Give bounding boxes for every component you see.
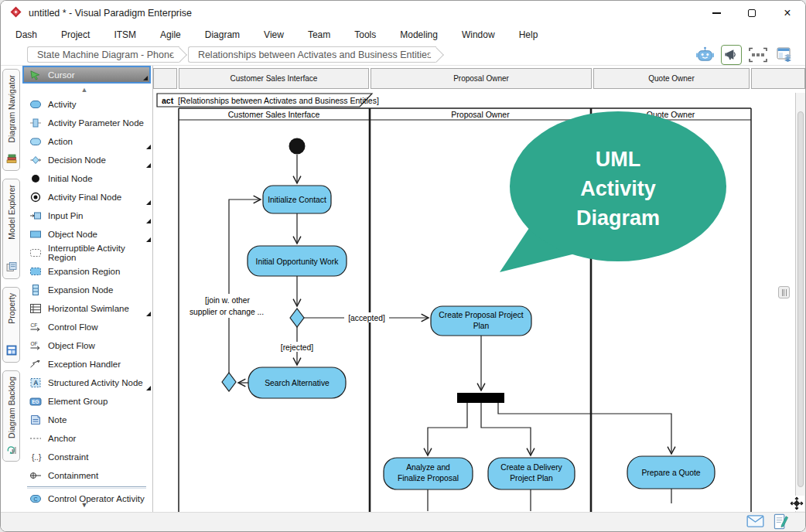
minimize-button[interactable] (698, 1, 734, 26)
menu-item-tools[interactable]: Tools (354, 29, 376, 40)
palette-item-activity[interactable]: Activity (21, 95, 152, 114)
svg-text:[rejected]: [rejected] (281, 343, 313, 352)
uml-activity-diagram-callout[interactable]: UML Activity Diagram (500, 111, 726, 272)
palette-item-anchor[interactable]: Anchor (21, 429, 152, 448)
lane-corner-button[interactable] (153, 68, 177, 89)
svg-text:CF: CF (31, 322, 38, 328)
bot-assistant-button[interactable] (695, 45, 715, 65)
svg-text:UML: UML (596, 148, 640, 171)
svg-text:act [Relationships: act [Relationships between Activates and… (162, 96, 379, 105)
menu-item-window[interactable]: Window (462, 29, 495, 40)
vertical-scrollbar[interactable] (795, 93, 805, 512)
svg-text:{..}: {..} (32, 453, 42, 462)
diagram-canvas[interactable]: Customer Sales Interface Proposal Owner … (153, 66, 805, 512)
palette-item-decision-node[interactable]: Decision Node (21, 151, 152, 169)
palette-item-control-flow[interactable]: CFControl Flow (21, 318, 152, 336)
selection-frame-button[interactable] (747, 45, 768, 65)
mail-button[interactable] (746, 515, 764, 530)
menu-item-agile[interactable]: Agile (160, 29, 181, 40)
guard-rejected: [rejected] (278, 342, 316, 352)
menu-item-help[interactable]: Help (519, 29, 538, 40)
window-layers-icon (776, 46, 793, 63)
svg-text:Create a Delivery: Create a Delivery (500, 463, 562, 472)
cursor-icon (28, 69, 42, 80)
action-prepare-a-quote[interactable]: Prepare a Quote (627, 456, 715, 489)
menu-item-itsm[interactable]: ITSM (114, 29, 136, 40)
svg-text:A: A (33, 379, 38, 387)
palette-item-element-group[interactable]: EGElement Group (21, 392, 152, 411)
svg-text:OF: OF (31, 341, 38, 346)
menu-item-diagram[interactable]: Diagram (205, 29, 240, 40)
palette-item-cursor[interactable]: Cursor (22, 66, 151, 84)
menu-item-project[interactable]: Project (61, 29, 90, 40)
lane-button-quote-owner[interactable]: Quote Owner (593, 68, 750, 89)
svg-text:Prepare a Quote: Prepare a Quote (641, 469, 700, 477)
maximize-button[interactable] (734, 1, 770, 26)
palette-item-horizontal-swimlane[interactable]: Horizontal Swimlane (21, 299, 152, 318)
close-icon: × (784, 7, 791, 19)
svg-text:C: C (33, 496, 37, 502)
menu-item-view[interactable]: View (264, 29, 284, 40)
maximize-icon (748, 9, 756, 17)
palette-item-expansion-node[interactable]: Expansion Node (21, 281, 152, 299)
palette-item-note[interactable]: Note (21, 411, 152, 429)
activity-diagram: act [Relationships between Activates and… (153, 91, 805, 512)
splitter-grip[interactable] (778, 286, 790, 298)
lane-filler-button[interactable] (751, 68, 805, 89)
scrollbar-thumb[interactable] (797, 111, 804, 487)
window-layers-button[interactable] (774, 45, 794, 65)
svg-text:supplier or change ...: supplier or change ... (190, 308, 264, 316)
anchor-icon (29, 432, 43, 445)
action-create-proposal-project-plan[interactable]: Create Proposal Project Plan (431, 306, 531, 336)
palette-item-initial-node[interactable]: Initial Node (21, 169, 152, 188)
svg-text:Search Alternative: Search Alternative (265, 379, 330, 387)
palette-item-object-flow[interactable]: OFObject Flow (21, 336, 152, 355)
action-initial-opportunity-work[interactable]: Initial Opportunity Work (248, 246, 347, 276)
megaphone-button[interactable] (721, 45, 742, 65)
palette-item-interruptible-activity-region[interactable]: Interruptible Activity Region (21, 244, 152, 262)
palette-item-input-pin[interactable]: Input Pin (21, 206, 152, 225)
palette-scroll-down[interactable]: ▼ (21, 502, 148, 509)
close-button[interactable]: × (770, 1, 805, 26)
palette-item-action[interactable]: Action (21, 132, 152, 151)
tab-property[interactable]: Property (2, 287, 20, 363)
menu-item-dash[interactable]: Dash (15, 29, 37, 40)
palette-item-structured-activity-node[interactable]: AStructured Activity Node (21, 373, 152, 392)
palette-item-expansion-region[interactable]: Expansion Region (21, 262, 152, 281)
palette-item-exception-handler[interactable]: Exception Handler (21, 355, 152, 373)
control-flow-icon: CF (29, 321, 43, 333)
breadcrumb-item-current[interactable]: Relationships between Activates and Busi… (188, 46, 436, 63)
decision-node[interactable] (290, 309, 304, 327)
fork-node[interactable] (457, 393, 504, 403)
pan-tool-icon[interactable] (789, 496, 804, 511)
mail-icon (746, 515, 764, 527)
lane-button-proposal-owner[interactable]: Proposal Owner (371, 68, 592, 89)
palette-item-constraint[interactable]: {..}Constraint (21, 448, 152, 466)
initial-node[interactable] (289, 138, 306, 155)
tab-model-explorer[interactable]: Model Explorer (2, 179, 20, 279)
lane-button-customer-sales-interface[interactable]: Customer Sales Interface (179, 68, 369, 89)
action-initialize-contact[interactable]: Initialize Contact (263, 186, 331, 213)
palette-item-activity-final-node[interactable]: Activity Final Node (21, 188, 152, 206)
expansion-node-icon (29, 284, 43, 296)
action-search-alternative[interactable]: Search Alternative (248, 367, 346, 398)
palette-item-containment[interactable]: Containment (21, 466, 152, 485)
interruptible-activity-region-icon (29, 247, 43, 259)
action-analyze-and-finalize-proposal[interactable]: Analyze and Finalize Proposal (384, 458, 473, 489)
action-create-a-delivery-project-plan[interactable]: Create a Delivery Project Plan (488, 458, 575, 489)
edit-log-button[interactable] (774, 513, 788, 532)
palette-item-object-node[interactable]: Object Node (21, 225, 152, 244)
app-logo-icon (10, 6, 22, 21)
menu-item-team[interactable]: Team (308, 29, 330, 40)
initial-node-icon (29, 172, 43, 185)
annotation-join-supplier: [join w. other supplier or change ... (184, 294, 271, 318)
breadcrumb-item-diagram[interactable]: State Machine Diagram - Phone (27, 46, 179, 63)
palette-item-activity-parameter-node[interactable]: Activity Parameter Node (21, 114, 152, 132)
palette-scroll-up[interactable]: ▲ (21, 87, 148, 94)
menu-item-modeling[interactable]: Modeling (400, 29, 438, 40)
tab-diagram-navigator[interactable]: Diagram Navigator (2, 69, 20, 171)
svg-text:Analyze and: Analyze and (406, 463, 450, 472)
merge-node[interactable] (222, 373, 236, 391)
frame-label-tab[interactable]: act [Relationships between Activates and… (157, 94, 379, 107)
tab-diagram-backlog[interactable]: Diagram Backlog (2, 370, 20, 462)
